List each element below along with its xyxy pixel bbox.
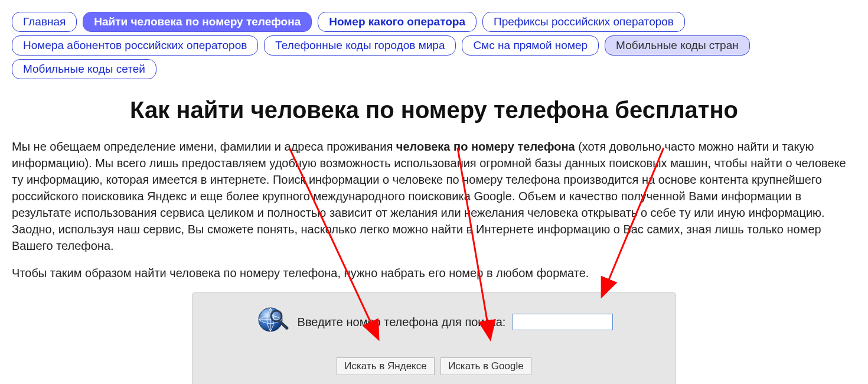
- top-nav: Главная Найти человека по номеру телефон…: [12, 12, 856, 79]
- search-google-button[interactable]: Искать в Google: [440, 357, 531, 375]
- nav-city-codes[interactable]: Телефонные коды городов мира: [264, 35, 456, 56]
- intro-text-bold: человека по номеру телефона: [396, 140, 575, 153]
- instruction-paragraph: Чтобы таким образом найти человека по но…: [12, 265, 856, 281]
- nav-operator-number[interactable]: Номер какого оператора: [318, 12, 477, 32]
- intro-paragraph: Мы не обещаем определение имени, фамилии…: [12, 138, 856, 254]
- nav-sms-direct[interactable]: Смс на прямой номер: [462, 35, 599, 56]
- search-buttons-row: Искать в Яндексе Искать в Google: [210, 357, 658, 375]
- svg-point-3: [271, 311, 282, 321]
- intro-text-pre: Мы не обещаем определение имени, фамилии…: [12, 140, 396, 153]
- nav-subscriber-numbers[interactable]: Номера абонентов российских операторов: [12, 35, 258, 56]
- search-row: Введите номер телефона для поиска:: [210, 304, 658, 340]
- nav-country-codes[interactable]: Мобильные коды стран: [605, 35, 750, 56]
- nav-home[interactable]: Главная: [12, 12, 77, 32]
- page-title: Как найти человека по номеру телефона бе…: [12, 97, 856, 123]
- phone-input[interactable]: [513, 314, 613, 330]
- search-panel: Введите номер телефона для поиска: Искат…: [192, 292, 676, 384]
- intro-text-post: (хотя довольно часто можно найти и такую…: [12, 140, 846, 252]
- phone-input-label: Введите номер телефона для поиска:: [298, 315, 506, 329]
- nav-find-by-phone[interactable]: Найти человека по номеру телефона: [83, 12, 312, 32]
- nav-network-codes[interactable]: Мобильные коды сетей: [12, 59, 156, 79]
- nav-prefixes[interactable]: Префиксы российских операторов: [482, 12, 685, 32]
- search-yandex-button[interactable]: Искать в Яндексе: [337, 357, 434, 375]
- globe-search-icon: [255, 304, 291, 340]
